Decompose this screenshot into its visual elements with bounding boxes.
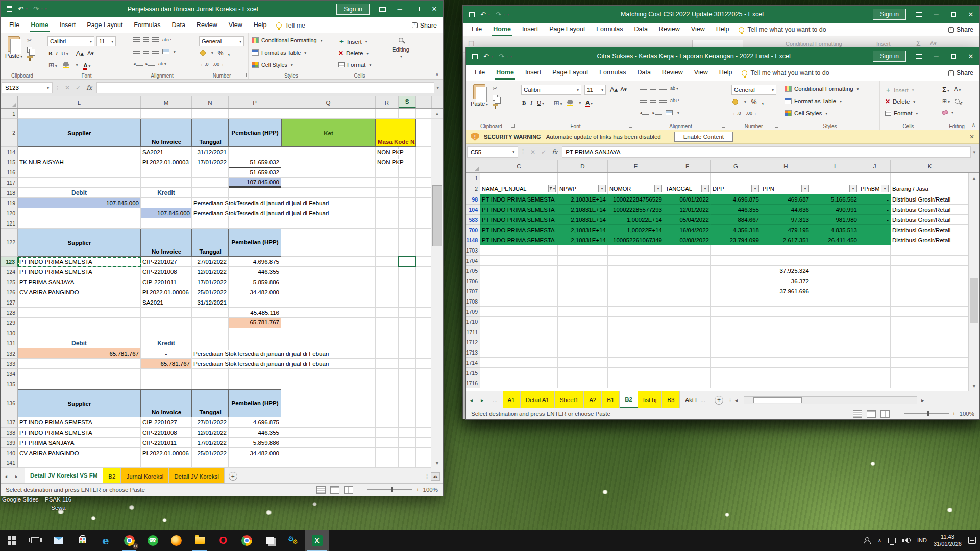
cell-I1712[interactable] — [811, 337, 859, 347]
redo-button[interactable]: ↷ — [499, 53, 504, 60]
titlebar[interactable]: ↶▾ ↷▾ ▾ Penjelasan dan Rincian Jurnal Ko… — [1, 1, 443, 17]
format-cells-button[interactable]: Format▾ — [885, 110, 918, 116]
sheet-tab-detail-jv-koreksi[interactable]: Detail JV Koreksi — [169, 468, 225, 484]
increase-decimal-icon[interactable]: ←.0 — [200, 62, 209, 67]
cell-S134[interactable] — [399, 369, 416, 379]
cell-I1[interactable] — [811, 173, 859, 183]
cell-C104[interactable]: PT INDO PRIMA SEMESTA — [480, 205, 558, 215]
cell-J1712[interactable] — [859, 337, 891, 347]
cell-F583[interactable]: 05/04/2022 — [664, 215, 711, 225]
alignment-dialog-launcher[interactable] — [190, 73, 193, 77]
zoom-in-icon[interactable]: + — [416, 487, 420, 493]
hscroll-right-icon[interactable]: ▸ — [917, 391, 928, 409]
cell-I2[interactable]: ▾ — [811, 183, 859, 194]
number-format-select[interactable]: General▾ — [731, 85, 776, 95]
cell-F1709[interactable] — [664, 307, 711, 317]
cell-R1[interactable] — [376, 109, 399, 119]
cell-F1708[interactable] — [664, 296, 711, 307]
insert-function-icon[interactable]: fx — [86, 84, 92, 91]
save-icon[interactable] — [472, 54, 478, 59]
formula-input[interactable] — [96, 82, 434, 93]
cell-R115[interactable]: NON PKP — [376, 157, 399, 167]
cell-H583[interactable]: 97.313 — [761, 215, 811, 225]
cell-E1704[interactable] — [608, 256, 664, 266]
cell-x124[interactable] — [416, 267, 432, 277]
faded-insert[interactable]: Insert — [876, 41, 891, 47]
cell-D1714[interactable] — [558, 358, 608, 368]
cell-M133[interactable]: 65.781.767 — [141, 359, 192, 369]
number-format-select[interactable]: General▾ — [199, 36, 244, 46]
cell-L139[interactable]: PT PRIMA SANJAYA — [18, 438, 141, 448]
row-header-1148[interactable]: 1148 — [466, 235, 480, 245]
normal-view-icon[interactable] — [853, 410, 862, 418]
cell-I98[interactable]: 5.166.562 — [811, 194, 859, 205]
row-header-120[interactable]: 120 — [1, 208, 18, 218]
undo-button[interactable]: ↶ — [480, 11, 486, 18]
row-header-1[interactable]: 1 — [466, 173, 480, 183]
filter-button-E[interactable]: ▾ — [654, 185, 662, 192]
cell-x141[interactable] — [416, 458, 432, 468]
cell-S136[interactable] — [399, 389, 416, 417]
maximize-button[interactable] — [945, 6, 962, 23]
enable-content-button[interactable]: Enable Content — [674, 132, 733, 142]
cell-x136[interactable] — [416, 389, 432, 417]
cell-J1707[interactable] — [859, 286, 891, 296]
maximize-button[interactable] — [945, 48, 962, 65]
decrease-indent-icon[interactable]: ◂ — [133, 61, 143, 67]
action-center-icon[interactable] — [968, 537, 976, 544]
cell-x117[interactable] — [416, 178, 432, 188]
cell-N115[interactable]: 17/01/2022 — [192, 157, 229, 167]
autosum-button[interactable]: Σ▾ — [942, 86, 949, 93]
cell-Q122[interactable] — [281, 229, 376, 257]
cell-F700[interactable]: 16/04/2022 — [664, 225, 711, 235]
cell-C1703[interactable] — [480, 245, 558, 256]
cell-K1704[interactable] — [891, 256, 969, 266]
share-button[interactable]: Share — [948, 26, 973, 33]
ribbon-tab-home[interactable]: Home — [25, 19, 54, 32]
desktop-icon-label[interactable]: Sewa — [51, 505, 66, 511]
cell-P124[interactable]: 446.355 — [229, 267, 281, 277]
cell-E1714[interactable] — [608, 358, 664, 368]
orientation-icon[interactable]: ab▾ — [158, 61, 166, 66]
hscroll-left-icon[interactable]: ◂ — [731, 391, 742, 409]
row-header-139[interactable]: 139 — [1, 438, 18, 448]
cell-N2[interactable]: Tanggal — [192, 119, 229, 147]
cell-x118[interactable] — [416, 188, 432, 198]
cell-P125[interactable]: 5.859.886 — [229, 277, 281, 287]
column-header-S[interactable]: S — [399, 96, 416, 108]
row-header-1706[interactable]: 1706 — [466, 276, 480, 286]
cell-R2[interactable]: Masa Kode NAM — [376, 119, 416, 147]
wrap-text-icon[interactable]: ab↩ — [162, 37, 172, 42]
sheet-tab-a1[interactable]: A1 — [503, 391, 521, 409]
cell-D1[interactable] — [558, 173, 608, 183]
cell-H1706[interactable]: 36.372 — [761, 276, 811, 286]
format-as-table-button[interactable]: Format as Table▾ — [252, 49, 306, 56]
cell-x132[interactable] — [416, 348, 432, 359]
page-layout-view-icon[interactable] — [330, 486, 339, 494]
cell-E1148[interactable]: 100052261067349 — [608, 235, 664, 245]
cell-G1712[interactable] — [711, 337, 761, 347]
cell-J1716[interactable] — [859, 378, 891, 388]
cell-Q1[interactable] — [281, 109, 376, 119]
cell-L127[interactable] — [18, 297, 141, 308]
cell-N135[interactable] — [192, 379, 229, 389]
row-header-118[interactable]: 118 — [1, 188, 18, 198]
cell-J1703[interactable] — [859, 245, 891, 256]
row-header-583[interactable]: 583 — [466, 215, 480, 225]
cell-R134[interactable] — [376, 369, 399, 379]
cell-K104[interactable]: Distribusi Grosir/Retail — [891, 205, 969, 215]
cell-E700[interactable]: 1,00022E+14 — [608, 225, 664, 235]
scrollbar-thumb[interactable] — [432, 185, 442, 246]
cell-Q137[interactable] — [281, 417, 376, 428]
align-left-icon[interactable] — [640, 98, 647, 103]
undo-button[interactable]: ↶ — [483, 53, 489, 60]
row-header-1713[interactable]: 1713 — [466, 347, 480, 358]
cell-C1704[interactable] — [480, 256, 558, 266]
ribbon-tab-view[interactable]: View — [689, 66, 714, 80]
cell-H1714[interactable] — [761, 358, 811, 368]
number-dialog-launcher[interactable] — [775, 124, 778, 128]
cell-L116[interactable] — [18, 167, 141, 178]
cell-x114[interactable] — [416, 147, 432, 157]
cell-x130[interactable] — [416, 328, 432, 338]
cell-S132[interactable] — [399, 348, 416, 359]
